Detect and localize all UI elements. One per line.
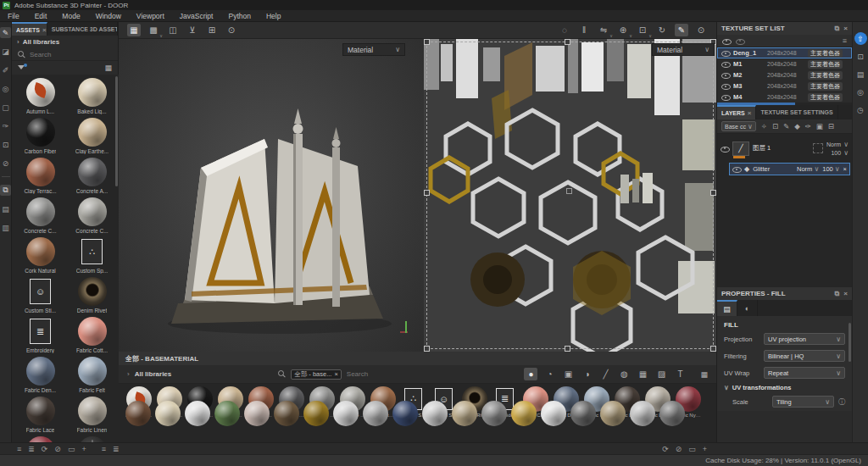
asset-thumbnail-sphere[interactable] bbox=[78, 357, 107, 386]
asset-item[interactable]: ≣Embroidery bbox=[17, 317, 64, 353]
visibility-eye-icon[interactable] bbox=[721, 71, 730, 79]
filter-materials-icon[interactable]: ● bbox=[524, 368, 537, 380]
search-tag-chip[interactable]: 全部 - base... × bbox=[291, 369, 342, 380]
shelf-asset-item[interactable] bbox=[125, 401, 151, 426]
asset-item[interactable]: ☺Custom Sti... bbox=[17, 277, 64, 313]
viewport-2d[interactable]: Material ∨ bbox=[424, 39, 716, 352]
visibility-eye-icon[interactable] bbox=[721, 60, 730, 68]
shelf-asset-item[interactable] bbox=[481, 401, 507, 426]
asset-thumbnail-sphere[interactable] bbox=[570, 401, 596, 426]
particle-tool[interactable]: ◎ bbox=[0, 83, 11, 94]
texture-set-row[interactable]: M12048x2048主要着色器 bbox=[717, 58, 852, 69]
transform-pivot[interactable] bbox=[566, 188, 572, 194]
asset-thumbnail-sphere[interactable] bbox=[392, 401, 418, 426]
texture-set-scrollbar[interactable] bbox=[717, 103, 852, 105]
asset-thumbnail-sphere[interactable] bbox=[452, 401, 477, 426]
opacity-dropdown[interactable]: 100 ∨ bbox=[831, 149, 849, 157]
shelf-asset-item[interactable] bbox=[214, 401, 240, 426]
asset-thumbnail-sphere[interactable] bbox=[26, 397, 55, 425]
remove-effect-icon[interactable]: × bbox=[843, 165, 847, 173]
asset-item[interactable]: Concrete C... bbox=[69, 197, 115, 234]
channel-filter-dropdown[interactable]: Base cc ∨ bbox=[721, 121, 756, 131]
asset-thumbnail-sphere[interactable] bbox=[511, 401, 537, 426]
filter-alphas-icon[interactable]: ◍ bbox=[617, 368, 631, 380]
grid-view-icon[interactable]: ▦ bbox=[104, 64, 112, 72]
asset-thumbnail-sphere[interactable] bbox=[422, 401, 448, 426]
add-folder-icon[interactable]: ▣ bbox=[816, 122, 823, 130]
asset-thumbnail-sphere[interactable] bbox=[78, 197, 107, 226]
shelf-asset-item[interactable] bbox=[155, 401, 181, 426]
filtering-dropdown[interactable]: Bilinear | HQ ∨ bbox=[764, 350, 845, 362]
menu-help[interactable]: Help bbox=[259, 10, 288, 21]
tab-assets[interactable]: ASSETS × bbox=[12, 22, 47, 36]
asset-thumbnail-sphere[interactable] bbox=[26, 197, 55, 226]
marquee-handle[interactable] bbox=[424, 39, 430, 45]
menu-file[interactable]: File bbox=[0, 10, 27, 21]
texture-set-row[interactable]: M22048x2048主要着色器 bbox=[717, 69, 852, 80]
shelf-add-icon[interactable]: + bbox=[703, 445, 707, 453]
uv-frame-icon[interactable]: ▤ bbox=[0, 203, 11, 214]
layer-name[interactable]: 图层 1 bbox=[753, 144, 810, 153]
layer-visibility-eye-icon[interactable] bbox=[732, 165, 741, 173]
shelf-refresh-icon[interactable]: ⟳ bbox=[662, 445, 669, 453]
shelf-detail-view-icon[interactable]: ≣ bbox=[113, 445, 120, 453]
shelf-asset-item[interactable] bbox=[185, 401, 210, 426]
asset-thumbnail-sphere[interactable] bbox=[363, 401, 388, 426]
close-tab-icon[interactable]: × bbox=[42, 26, 47, 34]
add-paint-layer-icon[interactable]: ✎ bbox=[783, 122, 789, 130]
blend-mode-dropdown[interactable]: Norm ∨ bbox=[797, 165, 819, 173]
shading-mode-dropdown-3d[interactable]: Material ∨ bbox=[342, 43, 405, 56]
viewport-3d[interactable]: Material ∨ bbox=[119, 39, 424, 352]
shelf-grid-view-icon[interactable]: ▦ bbox=[700, 370, 708, 379]
projection-dropdown[interactable]: UV projection ∨ bbox=[764, 333, 845, 345]
asset-item[interactable]: ∴Custom Sp... bbox=[69, 237, 115, 274]
filter-textures-icon[interactable]: ▨ bbox=[654, 368, 668, 380]
layer-row-paint[interactable]: ╱ 图层 1 Norm ∨ 100 ∨ bbox=[717, 137, 852, 159]
undock-panel-icon[interactable]: ⧉ bbox=[835, 290, 840, 298]
asset-thumbnail-sphere[interactable] bbox=[78, 78, 107, 107]
symmetry-horizontal-icon[interactable]: ◫ bbox=[166, 24, 180, 36]
filter-smart-materials-icon[interactable]: ◔ bbox=[542, 368, 556, 380]
shelf-asset-item[interactable] bbox=[274, 401, 299, 426]
tab-substance-3d-assets[interactable]: SUBSTANCE 3D ASSETS bbox=[47, 22, 118, 36]
asset-item[interactable]: Cork Natural bbox=[17, 237, 64, 274]
visibility-eye-icon[interactable] bbox=[721, 93, 730, 101]
add-smart-mask-icon[interactable]: ✑ bbox=[805, 122, 811, 130]
tab-material-properties[interactable]: ◐ bbox=[737, 300, 758, 316]
export-textures-button[interactable]: ⇧ bbox=[854, 32, 867, 45]
environment-icon[interactable]: ⊕∨ bbox=[616, 24, 630, 36]
shelf-asset-item[interactable] bbox=[630, 401, 655, 426]
marquee-handle[interactable] bbox=[565, 39, 570, 45]
no-preview-icon[interactable]: ⊘ bbox=[54, 445, 61, 453]
shelf-no-preview-icon[interactable]: ⊘ bbox=[676, 445, 682, 453]
asset-thumbnail-sphere[interactable] bbox=[659, 401, 685, 426]
filter-filters-icon[interactable]: ◑ bbox=[580, 368, 593, 380]
show-all-eye-icon[interactable] bbox=[722, 37, 731, 45]
menu-viewport[interactable]: Viewport bbox=[129, 10, 172, 21]
asset-thumbnail-sphere[interactable] bbox=[78, 118, 107, 147]
asset-thumbnail-sphere[interactable] bbox=[214, 401, 240, 426]
filter-brushes-icon[interactable]: ╱ bbox=[598, 368, 612, 380]
asset-item[interactable]: Fabric Felt bbox=[69, 357, 115, 393]
asset-item[interactable]: Denim Rivet bbox=[69, 277, 115, 313]
shelf-all-libraries-label[interactable]: All libraries bbox=[135, 370, 172, 378]
menu-window[interactable]: Window bbox=[88, 10, 129, 21]
marquee-handle[interactable] bbox=[565, 346, 570, 352]
asset-thumbnail-rivet[interactable] bbox=[78, 277, 107, 306]
snap-grid-icon[interactable]: ▦ bbox=[127, 24, 141, 36]
close-panel-icon[interactable]: × bbox=[843, 290, 848, 298]
texture-log-icon[interactable]: ▤ bbox=[854, 69, 866, 80]
display-settings-icon[interactable]: ◎ bbox=[854, 86, 866, 98]
remove-tag-icon[interactable]: × bbox=[334, 370, 337, 378]
shelf-asset-item[interactable] bbox=[363, 401, 388, 426]
asset-item[interactable]: Clay Terrac... bbox=[17, 158, 64, 194]
asset-thumbnail-puck[interactable] bbox=[78, 436, 107, 442]
filter-fonts-icon[interactable]: T bbox=[673, 368, 687, 380]
add-frame-icon[interactable]: ⊞ bbox=[205, 24, 219, 36]
shelf-asset-item[interactable] bbox=[659, 401, 685, 426]
shelf-asset-item[interactable] bbox=[303, 401, 329, 426]
settings-target-icon[interactable]: ⊙ bbox=[225, 24, 238, 36]
marquee-handle[interactable] bbox=[710, 190, 716, 196]
paint-brush-tool[interactable]: ✎ bbox=[0, 27, 11, 38]
tab-layers[interactable]: LAYERS × bbox=[717, 105, 756, 119]
